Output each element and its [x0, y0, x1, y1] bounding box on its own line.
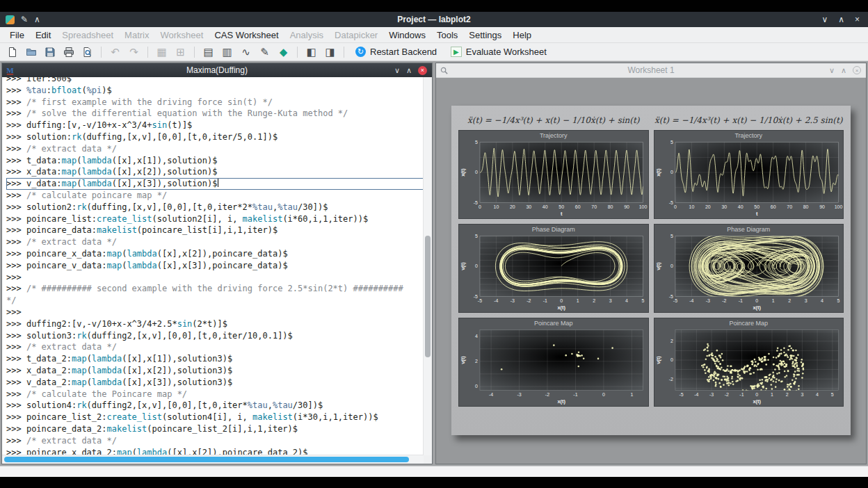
undo-icon[interactable]: ↶ [106, 44, 124, 60]
svg-text:-5: -5 [478, 298, 482, 303]
maxima-code-area[interactable]: >>> iter:500$>>> %tau:bfloat(%pi)$>>> /*… [2, 77, 424, 455]
code-line[interactable]: >>> duffing2:[v,-v/10+x-x^3/4+2.5*sin(2*… [6, 318, 424, 330]
menu-windows[interactable]: Windows [383, 29, 431, 42]
code-line[interactable]: >>> /* calculate poincare map */ [6, 190, 424, 202]
prompt: >>> [6, 342, 26, 352]
pencil-icon[interactable]: ✎ [21, 15, 28, 24]
code-line[interactable]: >>> /* extract data */ [6, 341, 424, 353]
open-file-icon[interactable] [22, 44, 40, 60]
code-line[interactable]: >>> poincare_v_data:map(lambda([x],x[3])… [6, 260, 424, 272]
menu-analysis[interactable]: Analysis [284, 29, 329, 42]
plot-poinc1[interactable]: Poincare Map-4-3-2-101024x(t)v(t) [458, 318, 649, 407]
vertical-scrollbar[interactable] [423, 77, 432, 455]
svg-text:70: 70 [787, 204, 792, 209]
code-line[interactable]: >>> poincare_data:makelist(poincare_list… [6, 225, 424, 236]
close-button[interactable]: × [855, 15, 860, 24]
code-line[interactable]: >>> /* extract data */ [6, 143, 424, 155]
code-line[interactable]: >>> poincare_x_data:map(lambda([x],x[2])… [6, 248, 424, 260]
maxima-maximize-button[interactable]: ∧ [406, 67, 412, 74]
prompt: >>> [6, 237, 26, 247]
code-line[interactable]: >>> %tau:bfloat(%pi)$ [6, 85, 424, 97]
worksheet-page[interactable]: ẍ(t) = −1/4x³(t) + x(t) − 1/10ẋ(t) + sin… [451, 106, 851, 435]
plot-traj1[interactable]: Trajectory0102030405060708090100-505tx(t… [458, 130, 649, 219]
maxima-window-titlebar[interactable]: M Maxima(Duffing) ∨ ∧ × [2, 63, 432, 77]
code-line[interactable]: */ [6, 295, 424, 307]
minimize-button[interactable]: ∨ [821, 15, 828, 24]
code-line[interactable]: >>> solution:rk(duffing,[x,v],[0,0],[t,0… [6, 131, 424, 143]
plot-phase1[interactable]: Phase Diagram-5-4-3-2-1012345-505x(t)v(t… [458, 224, 649, 313]
svg-text:1: 1 [577, 298, 579, 303]
new-spreadsheet-icon[interactable]: ▦ [153, 44, 170, 60]
evaluate-worksheet-button[interactable]: ▶Evaluate Worksheet [444, 47, 553, 57]
menu-help[interactable]: Help [507, 29, 537, 42]
code-line[interactable]: >>> x_data:map(lambda([x],x[2]),solution… [6, 166, 424, 178]
print-icon[interactable] [60, 44, 77, 60]
code-line[interactable]: >>> solution3:rk(duffing2,[x,v],[0,0],[t… [6, 330, 424, 342]
vertical-scrollbar-handle[interactable] [425, 236, 431, 357]
plot-traj2[interactable]: Trajectory0102030405060708090100-505tx(t… [654, 130, 844, 219]
code-line[interactable]: >>> t_data:map(lambda([x],x[1]),solution… [6, 155, 424, 167]
code-line[interactable]: >>> [6, 272, 424, 284]
toggle-right-panel-icon[interactable]: ◨ [321, 44, 339, 60]
menu-matrix[interactable]: Matrix [119, 29, 154, 42]
worksheet-window-titlebar[interactable]: Worksheet 1 ∨ ∧ × [436, 63, 866, 78]
worksheet-close-button[interactable]: × [853, 66, 861, 74]
worksheet-minimize-button[interactable]: ∨ [829, 67, 835, 74]
code-line-focused[interactable]: >>> v_data:map(lambda([x],x[3]),solution… [6, 178, 424, 190]
svg-text:10: 10 [494, 204, 499, 209]
menu-edit[interactable]: Edit [30, 29, 56, 42]
color-fill-icon[interactable]: ◆ [275, 44, 292, 60]
code-line[interactable]: >>> [6, 307, 424, 318]
plot-phase2[interactable]: Phase Diagram-5-4-3-2-1012345-505x(t)v(t… [654, 224, 844, 313]
menu-file[interactable]: File [4, 29, 30, 42]
svg-text:1: 1 [630, 392, 633, 397]
prompt: >>> [6, 97, 26, 107]
svg-text:1: 1 [771, 392, 773, 397]
code-line[interactable]: >>> poincare_list:create_list(solution2[… [6, 213, 424, 225]
new-worksheet-icon[interactable]: ▤ [200, 44, 217, 60]
horizontal-scrollbar[interactable] [2, 455, 424, 464]
code-line[interactable]: >>> poincare_data_2:makelist(poincare_li… [6, 423, 424, 435]
code-line[interactable]: >>> solution4:rk(duffing2,[x,v],[0,0],[t… [6, 400, 424, 412]
code-line[interactable]: >>> poincare_list_2:create_list(solution… [6, 412, 424, 423]
code-line[interactable]: >>> /* extract data */ [6, 236, 424, 248]
edit-fit-icon[interactable]: ✎ [256, 44, 273, 60]
code-line[interactable]: >>> duffing:[v,-v/10+x-x^3/4+sin(t)]$ [6, 120, 424, 131]
menu-spreadsheet[interactable]: Spreadsheet [56, 29, 119, 42]
window-titlebar[interactable]: ✎ ∧ Project — labplot2 ∨ ∧ × [0, 12, 868, 27]
new-matrix-icon[interactable]: ⊞ [172, 44, 189, 60]
code-line[interactable]: >>> v_data_2:map(lambda([x],x[3]),soluti… [6, 377, 424, 389]
maximize-button[interactable]: ∧ [838, 15, 844, 24]
code-line[interactable]: >>> /* first example with the driving fo… [6, 97, 424, 108]
svg-text:-1: -1 [738, 298, 742, 303]
worksheet-maximize-button[interactable]: ∧ [841, 67, 846, 74]
toggle-left-panel-icon[interactable]: ◧ [303, 44, 320, 60]
new-document-icon[interactable] [3, 44, 21, 60]
code-line[interactable]: >>> /* solve the differential equation w… [6, 108, 424, 120]
menu-worksheet[interactable]: Worksheet [154, 29, 209, 42]
code-line[interactable]: >>> /* ########## second example with th… [6, 283, 424, 295]
code-line[interactable]: >>> /* calculate the Poincare map */ [6, 389, 424, 400]
maxima-close-button[interactable]: × [418, 66, 427, 75]
horizontal-scrollbar-handle[interactable] [4, 457, 409, 462]
restart-backend-button[interactable]: ↻Restart Backend [349, 47, 443, 57]
menu-settings[interactable]: Settings [463, 29, 507, 42]
code-line[interactable]: >>> iter:500$ [6, 77, 424, 85]
plot-poinc2[interactable]: Poincare Map-5-4-3-2-1012345-202x(t)v(t) [654, 318, 844, 407]
redo-icon[interactable]: ↷ [125, 44, 143, 60]
code-line[interactable]: >>> t_data_2:map(lambda([x],x[1]),soluti… [6, 353, 424, 365]
code-line[interactable]: >>> /* extract data */ [6, 435, 424, 447]
new-cas-worksheet-icon[interactable]: ▥ [218, 44, 236, 60]
menu-datapicker[interactable]: Datapicker [329, 29, 383, 42]
code-line[interactable]: >>> solution2:rk(duffing,[x,v],[0,0],[t,… [6, 202, 424, 213]
print-preview-icon[interactable] [79, 44, 96, 60]
prompt: >>> [6, 389, 26, 399]
menu-cas-worksheet[interactable]: CAS Worksheet [209, 29, 284, 42]
chevron-up-icon[interactable]: ∧ [34, 15, 40, 24]
xy-curve-icon[interactable]: ∿ [237, 44, 255, 60]
svg-text:0: 0 [670, 357, 673, 362]
save-icon[interactable] [41, 44, 58, 60]
code-line[interactable]: >>> x_data_2:map(lambda([x],x[2]),soluti… [6, 365, 424, 377]
menu-tools[interactable]: Tools [431, 29, 463, 42]
maxima-minimize-button[interactable]: ∨ [394, 67, 400, 74]
